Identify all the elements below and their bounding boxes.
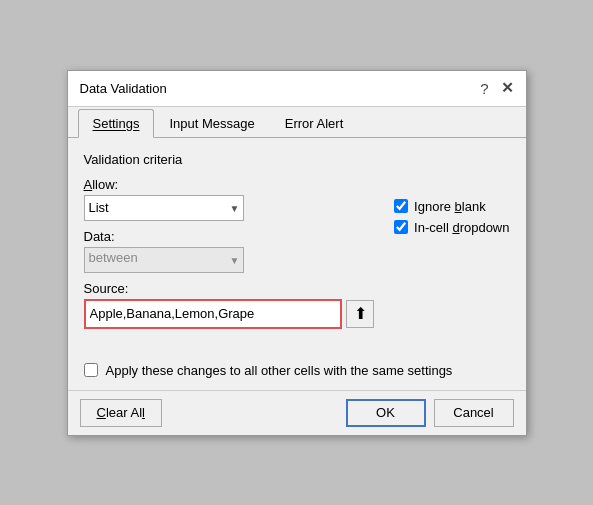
allow-select[interactable]: List xyxy=(84,195,244,221)
in-cell-dropdown-row: In-cell dropdown xyxy=(394,220,509,235)
clear-all-label: Clear All xyxy=(97,405,145,420)
source-field-row: Source: ⬆ xyxy=(84,281,375,329)
source-input[interactable] xyxy=(86,301,341,327)
tab-error-alert[interactable]: Error Alert xyxy=(270,109,359,138)
in-cell-underline: d xyxy=(452,220,459,235)
data-validation-dialog: Data Validation ? ✕ Settings Input Messa… xyxy=(67,70,527,436)
data-field-row: Data: between ▼ xyxy=(84,229,375,273)
data-select-wrapper: between ▼ xyxy=(84,247,244,273)
settings-content: Validation criteria Allow: List ▼ xyxy=(68,138,526,390)
allow-label: Allow: xyxy=(84,177,375,192)
tab-settings[interactable]: Settings xyxy=(78,109,155,138)
tab-input-message-label: Input Message xyxy=(169,116,254,131)
ok-button[interactable]: OK xyxy=(346,399,426,427)
allow-select-wrapper: List ▼ xyxy=(84,195,244,221)
tab-error-alert-label: Error Alert xyxy=(285,116,344,131)
close-icon[interactable]: ✕ xyxy=(501,79,514,97)
right-column: Ignore blank In-cell dropdown xyxy=(394,177,509,337)
section-title: Validation criteria xyxy=(84,152,510,167)
allow-field-row: Allow: List ▼ xyxy=(84,177,375,221)
data-label: Data: xyxy=(84,229,375,244)
ignore-blank-label: Ignore blank xyxy=(414,199,486,214)
apply-row: Apply these changes to all other cells w… xyxy=(84,355,510,378)
apply-label: Apply these changes to all other cells w… xyxy=(106,363,453,378)
title-bar: Data Validation ? ✕ xyxy=(68,71,526,107)
in-cell-dropdown-label: In-cell dropdown xyxy=(414,220,509,235)
form-layout: Allow: List ▼ Data: between ▼ xyxy=(84,177,510,337)
source-row: ⬆ xyxy=(84,299,375,329)
bottom-bar: Clear All OK Cancel xyxy=(68,390,526,435)
apply-checkbox[interactable] xyxy=(84,363,98,377)
tabs: Settings Input Message Error Alert xyxy=(68,109,526,138)
help-icon[interactable]: ? xyxy=(480,80,488,97)
ok-cancel-group: OK Cancel xyxy=(346,399,514,427)
source-label: Source: xyxy=(84,281,375,296)
clear-all-button[interactable]: Clear All xyxy=(80,399,162,427)
title-bar-controls: ? ✕ xyxy=(480,79,513,97)
ignore-blank-checkbox[interactable] xyxy=(394,199,408,213)
left-column: Allow: List ▼ Data: between ▼ xyxy=(84,177,375,337)
in-cell-dropdown-checkbox[interactable] xyxy=(394,220,408,234)
dialog-title: Data Validation xyxy=(80,81,167,96)
tab-input-message[interactable]: Input Message xyxy=(154,109,269,138)
source-select-button[interactable]: ⬆ xyxy=(346,300,374,328)
allow-label-underline: A xyxy=(84,177,93,192)
tab-settings-label: Settings xyxy=(93,116,140,131)
cancel-button[interactable]: Cancel xyxy=(434,399,514,427)
data-value: between xyxy=(84,247,244,273)
ignore-blank-row: Ignore blank xyxy=(394,199,509,214)
ignore-blank-underline: b xyxy=(455,199,462,214)
source-input-wrapper xyxy=(84,299,343,329)
